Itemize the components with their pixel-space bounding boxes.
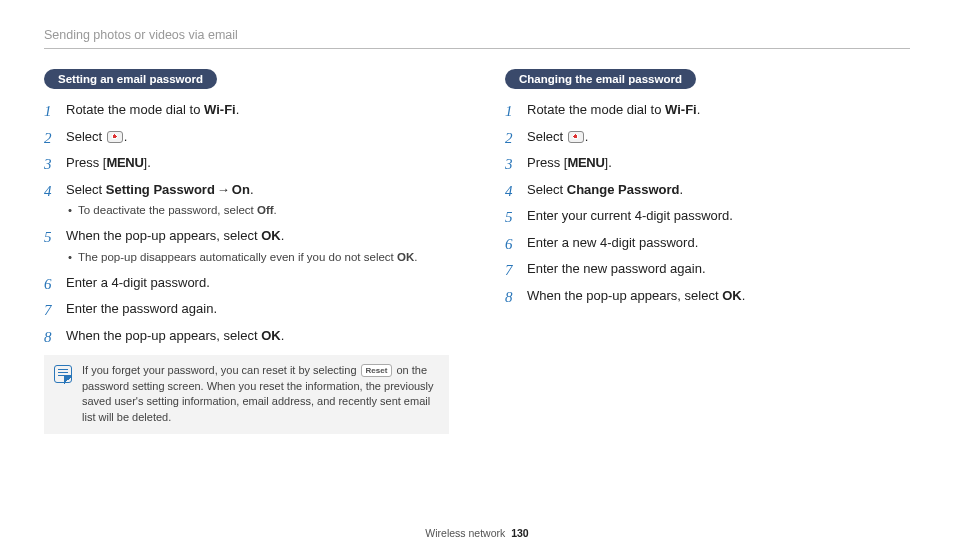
text: ]. bbox=[605, 155, 612, 170]
bold: Setting Password bbox=[106, 182, 215, 197]
text: . bbox=[679, 182, 683, 197]
text: . bbox=[274, 204, 277, 216]
steps-right: Rotate the mode dial to Wi-Fi. Select . … bbox=[505, 101, 910, 304]
text: When the pop-up appears, select bbox=[66, 228, 261, 243]
bold: OK bbox=[722, 288, 742, 303]
bold: Change Password bbox=[567, 182, 680, 197]
note-box: If you forget your password, you can res… bbox=[44, 355, 449, 435]
note-icon bbox=[54, 365, 72, 383]
text: Rotate the mode dial to bbox=[527, 102, 665, 117]
section-pill-changing: Changing the email password bbox=[505, 69, 696, 89]
email-icon bbox=[568, 131, 584, 143]
page-footer: Wireless network 130 bbox=[0, 527, 954, 539]
text: Rotate the mode dial to bbox=[66, 102, 204, 117]
substeps: To deactivate the password, select Off. bbox=[66, 202, 449, 218]
step-2: Select . bbox=[505, 128, 910, 146]
step-2: Select . bbox=[44, 128, 449, 146]
substeps: The pop-up disappears automatically even… bbox=[66, 249, 449, 265]
text: . bbox=[281, 228, 285, 243]
right-column: Changing the email password Rotate the m… bbox=[505, 69, 910, 434]
reset-badge-icon: Reset bbox=[361, 364, 393, 378]
wifi-icon: Wi-Fi bbox=[204, 102, 236, 117]
step-7: Enter the password again. bbox=[44, 300, 449, 318]
step-4: Select Change Password. bbox=[505, 181, 910, 199]
step-8: When the pop-up appears, select OK. bbox=[505, 287, 910, 305]
step-4: Select Setting Password→On. To deactivat… bbox=[44, 181, 449, 219]
bold: Off bbox=[257, 204, 274, 216]
menu-icon: MENU bbox=[567, 155, 604, 170]
text: Select bbox=[66, 182, 106, 197]
step-6: Enter a 4-digit password. bbox=[44, 274, 449, 292]
step-8: When the pop-up appears, select OK. bbox=[44, 327, 449, 345]
step-3: Press [MENU]. bbox=[44, 154, 449, 172]
step-1: Rotate the mode dial to Wi-Fi. bbox=[505, 101, 910, 119]
text: When the pop-up appears, select bbox=[66, 328, 261, 343]
page-header: Sending photos or videos via email bbox=[44, 28, 910, 49]
text: Select bbox=[66, 129, 106, 144]
step-6: Enter a new 4-digit password. bbox=[505, 234, 910, 252]
text: . bbox=[742, 288, 746, 303]
step-3: Press [MENU]. bbox=[505, 154, 910, 172]
page-number: 130 bbox=[511, 527, 529, 539]
sub-item: To deactivate the password, select Off. bbox=[66, 202, 449, 218]
text: . bbox=[250, 182, 254, 197]
step-7: Enter the new password again. bbox=[505, 260, 910, 278]
step-5: When the pop-up appears, select OK. The … bbox=[44, 227, 449, 265]
text: Press [ bbox=[66, 155, 106, 170]
text: . bbox=[697, 102, 701, 117]
step-5: Enter your current 4-digit password. bbox=[505, 207, 910, 225]
text: ]. bbox=[144, 155, 151, 170]
bold: OK bbox=[261, 228, 281, 243]
footer-section: Wireless network bbox=[425, 527, 505, 539]
text: Press [ bbox=[527, 155, 567, 170]
text: . bbox=[124, 129, 128, 144]
section-pill-setting: Setting an email password bbox=[44, 69, 217, 89]
content-columns: Setting an email password Rotate the mod… bbox=[44, 69, 910, 434]
note-text: If you forget your password, you can res… bbox=[82, 363, 439, 427]
text: . bbox=[281, 328, 285, 343]
bold: OK bbox=[397, 251, 414, 263]
text: The pop-up disappears automatically even… bbox=[78, 251, 397, 263]
left-column: Setting an email password Rotate the mod… bbox=[44, 69, 449, 434]
text: Select bbox=[527, 182, 567, 197]
step-1: Rotate the mode dial to Wi-Fi. bbox=[44, 101, 449, 119]
text: Select bbox=[527, 129, 567, 144]
text: . bbox=[236, 102, 240, 117]
text: To deactivate the password, select bbox=[78, 204, 257, 216]
bold: OK bbox=[261, 328, 281, 343]
text: . bbox=[414, 251, 417, 263]
menu-icon: MENU bbox=[106, 155, 143, 170]
wifi-icon: Wi-Fi bbox=[665, 102, 697, 117]
text: If you forget your password, you can res… bbox=[82, 364, 360, 376]
arrow-icon: → bbox=[215, 182, 232, 197]
email-icon bbox=[107, 131, 123, 143]
sub-item: The pop-up disappears automatically even… bbox=[66, 249, 449, 265]
bold: On bbox=[232, 182, 250, 197]
text: . bbox=[585, 129, 589, 144]
text: When the pop-up appears, select bbox=[527, 288, 722, 303]
steps-left: Rotate the mode dial to Wi-Fi. Select . … bbox=[44, 101, 449, 345]
